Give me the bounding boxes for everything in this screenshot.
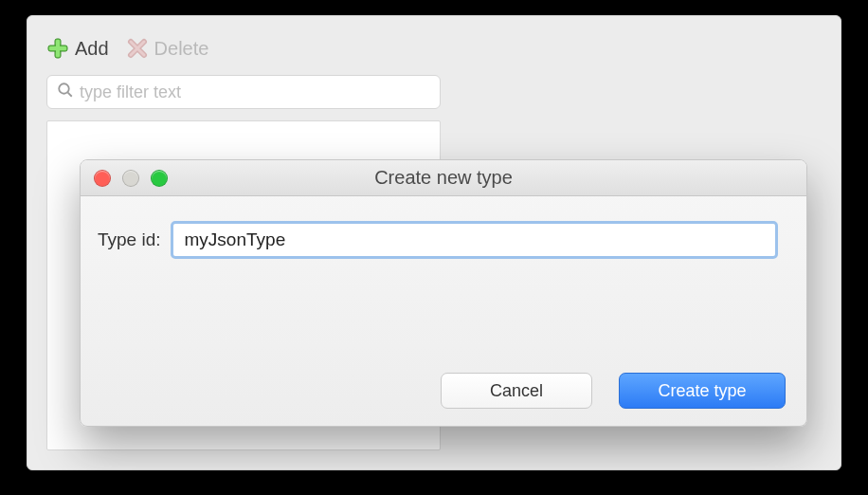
cancel-button[interactable]: Cancel <box>441 373 592 409</box>
svg-point-4 <box>59 83 69 94</box>
svg-rect-3 <box>49 46 66 50</box>
search-icon <box>57 82 74 102</box>
search-field[interactable] <box>46 75 441 109</box>
type-id-input-wrap[interactable] <box>171 221 778 259</box>
type-id-row: Type id: <box>98 221 778 259</box>
dialog-footer: Cancel Create type <box>441 373 786 409</box>
toolbar: Add Delete <box>27 16 841 69</box>
x-icon <box>126 37 149 60</box>
minimize-window-button <box>122 170 139 187</box>
type-id-label: Type id: <box>98 229 161 250</box>
window-controls <box>81 170 168 187</box>
close-window-button[interactable] <box>94 170 111 187</box>
type-id-input[interactable] <box>173 229 775 250</box>
zoom-window-button[interactable] <box>151 170 168 187</box>
create-type-button[interactable]: Create type <box>619 373 786 409</box>
delete-button[interactable]: Delete <box>126 37 209 60</box>
plus-icon <box>46 37 69 60</box>
dialog-body: Type id: <box>81 196 806 259</box>
search-input[interactable] <box>80 82 430 102</box>
add-button[interactable]: Add <box>46 37 109 60</box>
delete-label: Delete <box>154 38 209 60</box>
dialog-titlebar: Create new type <box>81 160 806 196</box>
svg-line-5 <box>68 93 72 97</box>
search-container <box>27 69 841 120</box>
dialog-title: Create new type <box>81 167 806 189</box>
create-type-dialog: Create new type Type id: Cancel Create t… <box>80 159 807 427</box>
add-label: Add <box>75 38 109 60</box>
